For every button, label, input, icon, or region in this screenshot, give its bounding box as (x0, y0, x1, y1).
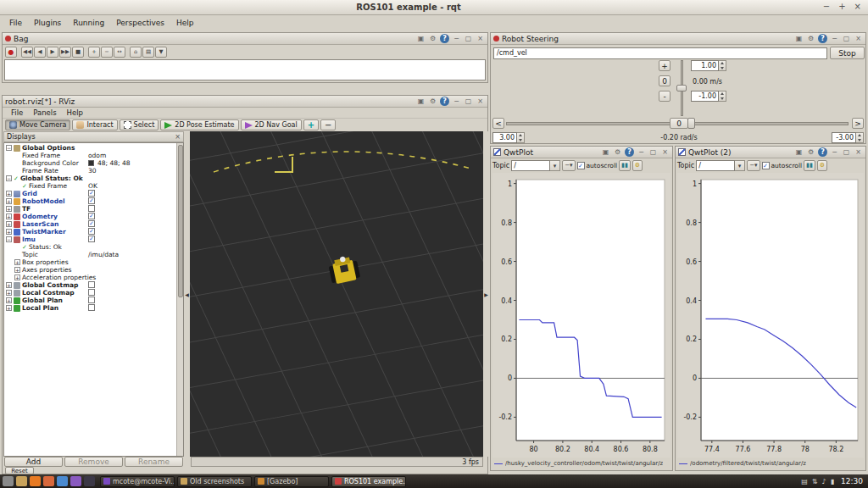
settings-icon[interactable]: ⚙ (806, 34, 815, 43)
close-icon[interactable]: × (660, 147, 670, 157)
plot-canvas[interactable]: 10.80.60.40.20-0.277.477.677.87878.2 (677, 173, 864, 458)
spin-up-icon[interactable] (721, 62, 724, 64)
viewport-canvas[interactable] (190, 131, 483, 457)
displays-tree-row[interactable]: +TF (4, 205, 183, 213)
remove-topic-button[interactable]: −▾ (747, 160, 760, 171)
bag-panel-header[interactable]: Bag ▣ ⚙ ? − ▢ × (3, 33, 487, 45)
maximize-icon[interactable]: ▢ (464, 34, 473, 43)
display-checkbox[interactable] (88, 297, 95, 303)
tree-expander-icon[interactable]: + (6, 290, 12, 296)
tree-expander-icon[interactable]: + (6, 191, 12, 197)
spin-up-icon[interactable] (721, 92, 724, 95)
menu-perspectives[interactable]: Perspectives (110, 17, 170, 29)
thumbnails-button[interactable]: ▤ (142, 47, 154, 58)
tree-expander-icon[interactable]: − (6, 236, 12, 242)
taskbar-window-button[interactable]: mcote@mcote-Vi... (100, 476, 175, 487)
displays-tree-row[interactable]: Frame Rate30 (4, 167, 183, 175)
maximize-icon[interactable]: ▢ (842, 34, 851, 43)
displays-tree-row[interactable]: +Global Costmap (4, 281, 183, 289)
spin-down-icon[interactable] (721, 67, 724, 69)
battery-icon[interactable]: ▮ (831, 478, 834, 485)
stop-button[interactable]: ■ (72, 47, 84, 58)
rename-display-button[interactable]: Rename (125, 457, 183, 467)
display-checkbox[interactable]: ✓ (88, 228, 95, 235)
tree-expander-icon[interactable]: − (6, 175, 12, 181)
displays-tree-row[interactable]: +Acceleration properties (4, 274, 183, 281)
displays-tree-row[interactable]: +Odometry✓ (4, 213, 183, 220)
tree-expander-icon[interactable]: + (14, 274, 20, 280)
displays-tree-row[interactable]: ✓Fixed FrameOK (4, 182, 183, 190)
files-launcher-icon[interactable] (16, 476, 27, 486)
spin-value[interactable]: -3.00 (832, 132, 856, 143)
zoom-fit-button[interactable]: ↔ (114, 47, 125, 58)
plot-panel-header[interactable]: QwtPlot (2) ▣ ⚙ ? − ▢ × (676, 147, 865, 158)
add-display-button[interactable]: Add (4, 457, 63, 467)
linear-max-spinbox[interactable]: 1.00 (691, 60, 726, 71)
angular-zero-button[interactable]: 0 (670, 118, 688, 129)
tree-expander-icon[interactable]: + (6, 221, 12, 227)
interact-tool-button[interactable]: Interact (72, 119, 117, 130)
displays-tree-row[interactable]: +LaserScan✓ (4, 220, 183, 228)
display-checkbox[interactable]: ✓ (88, 220, 95, 227)
minimize-icon[interactable]: − (452, 34, 461, 43)
rviz-menu-help[interactable]: Help (62, 108, 88, 118)
slider-handle[interactable] (676, 85, 687, 92)
plot-area[interactable] (516, 180, 665, 441)
undock-icon[interactable]: ▣ (416, 34, 426, 43)
displays-tree-row[interactable]: +Grid✓ (4, 190, 183, 197)
cmd-vel-topic-input[interactable]: /cmd_vel (493, 47, 827, 59)
close-icon[interactable]: × (175, 133, 181, 141)
steering-panel-header[interactable]: Robot Steering ▣ ⚙ ? − ▢ × (491, 33, 865, 45)
displays-tree-row[interactable]: +Box properties (4, 258, 183, 266)
keyboard-indicator-icon[interactable]: ▤ (801, 478, 808, 485)
displays-panel-header[interactable]: Displays × (3, 131, 184, 142)
displays-tree-row[interactable]: +TwistMarker✓ (4, 228, 183, 236)
topic-combobox[interactable]: / ▾ (696, 160, 745, 171)
displays-tree-row[interactable]: +Local Costmap (4, 289, 183, 297)
move-camera-tool-button[interactable]: Move Camera (5, 119, 70, 130)
bag-timeline-area[interactable] (4, 59, 486, 80)
undock-icon[interactable]: ▣ (416, 97, 426, 106)
volume-icon[interactable]: ♪ (822, 478, 826, 485)
angular-min-spinbox[interactable]: -3.00 (832, 132, 864, 143)
rviz-3d-viewport[interactable] (190, 131, 483, 457)
display-checkbox[interactable]: ✓ (88, 213, 95, 219)
settings-icon[interactable]: ⚙ (806, 147, 815, 157)
tree-expander-icon[interactable]: + (6, 282, 12, 288)
display-checkbox[interactable]: ✓ (88, 190, 95, 197)
chevron-down-icon[interactable]: ▾ (735, 160, 745, 171)
displays-tree-row[interactable]: +Local Plan (4, 304, 183, 312)
tree-expander-icon[interactable]: + (6, 297, 12, 303)
left-splitter[interactable]: ◀ (184, 131, 190, 457)
window-titlebar[interactable]: ROS101 example - rqt − + × (0, 0, 868, 15)
plot-area[interactable] (701, 180, 858, 441)
tree-expander-icon[interactable]: − (6, 145, 12, 151)
displays-tree-row[interactable]: −Imu✓ (4, 236, 183, 243)
zoom-in-button[interactable]: + (88, 47, 100, 58)
close-icon[interactable]: × (854, 147, 863, 157)
remove-topic-button[interactable]: −▾ (562, 160, 575, 171)
settings-icon[interactable]: ⚙ (428, 97, 437, 106)
menu-running[interactable]: Running (67, 17, 110, 29)
collapse-left-icon[interactable]: ◀ (185, 291, 189, 297)
plot-options-button[interactable]: ⚙ (817, 160, 827, 171)
display-checkbox[interactable] (88, 281, 95, 288)
displays-tree-row[interactable]: −Global Options (4, 144, 183, 152)
tree-expander-icon[interactable]: + (14, 267, 20, 273)
display-checkbox[interactable] (88, 304, 95, 311)
minimize-icon[interactable]: − (830, 34, 839, 43)
menu-file[interactable]: File (3, 17, 28, 29)
help-icon[interactable]: ? (625, 147, 634, 157)
chevron-down-icon[interactable]: ▾ (550, 160, 560, 171)
angular-left-button[interactable]: < (492, 118, 504, 129)
rviz-panel-header[interactable]: robot.rviz[*] - RViz ▣ ⚙ ? − ▢ × (3, 96, 487, 108)
autoscroll-checkbox[interactable]: ✓ (577, 162, 585, 169)
display-checkbox[interactable] (88, 289, 95, 296)
maximize-icon[interactable]: ▢ (842, 147, 851, 157)
select-tool-button[interactable]: Select (120, 119, 159, 130)
taskbar-window-button[interactable]: [Gazebo] (254, 476, 329, 487)
display-checkbox[interactable]: ✓ (88, 236, 95, 242)
software-center-launcher-icon[interactable] (43, 476, 54, 486)
spin-down-icon[interactable] (721, 97, 724, 100)
step-back-button[interactable]: ◀ (34, 47, 46, 58)
